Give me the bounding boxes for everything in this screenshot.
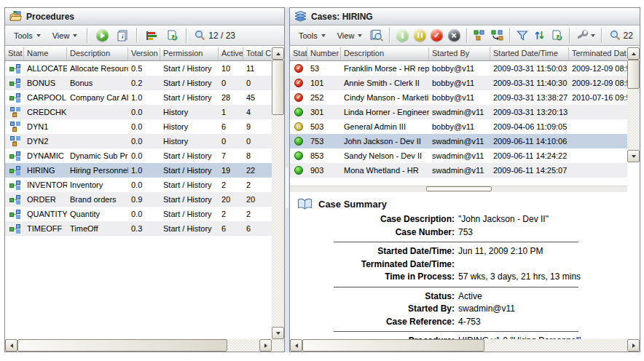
scrollbar-track[interactable] [272,115,284,327]
scroll-left-button[interactable] [5,339,17,352]
toolbar-separator [509,28,511,43]
filter-button[interactable] [515,27,531,44]
procedure-permission: Start / History [160,61,219,76]
procedure-version: 1.0 [128,163,160,178]
scroll-right-button[interactable] [627,339,640,352]
column-header-name[interactable]: Name [24,47,67,61]
column-header-number[interactable]: Number [307,47,341,61]
procedure-version: 0.0 [128,119,160,134]
arrow-right-icon [264,344,267,348]
case-row[interactable]: 753 John Jackson - Dev II swadmin@v11 20… [290,134,627,148]
case-row[interactable]: 252 Cindy Manson - Marketir bobby@v11 20… [290,90,627,105]
suspend-case-button[interactable] [412,27,428,44]
procedure-status-icon [9,194,20,205]
panel-title: Procedures [26,12,74,22]
arrow-right-icon [632,344,635,348]
toolbar-separator [87,28,88,43]
column-header-active[interactable]: Active [219,47,243,61]
case-summary-title: Case Summary [318,199,387,210]
procedure-row[interactable]: TIMEOFF TimeOff 0.3 Start / History 6 6 [5,221,272,236]
tools-menu[interactable]: Tools [294,28,331,43]
procedure-version: 0.0 [128,105,160,119]
procedure-row[interactable]: CREDCHK 0.0 History 1 4 [5,105,272,119]
column-header-description[interactable]: Description [341,47,429,61]
procedure-total-count: 20 [243,192,272,207]
scroll-up-button[interactable] [272,47,284,60]
column-header-started[interactable]: Started Date/Time [490,47,569,61]
column-header-permission[interactable]: Permission [160,47,219,61]
abort-case-button[interactable] [446,27,462,44]
refresh-list-button[interactable]: ↻ [162,27,181,44]
view-case-button[interactable] [369,27,385,44]
cases-horizontal-scrollbar[interactable] [290,186,627,192]
chevron-down-icon [321,34,326,37]
summary-field-value: 753 [458,226,473,239]
view-menu[interactable]: View [332,28,368,43]
scroll-right-button[interactable] [259,339,272,352]
scrollbar-thumb[interactable] [302,339,484,352]
case-started-by: swadmin@v11 [429,105,490,119]
case-tools-button[interactable] [575,27,597,44]
view-menu[interactable]: View [47,28,83,43]
start-case-button[interactable] [93,27,111,44]
procedure-description [67,119,128,134]
case-row[interactable]: 53 Franklin Morse - HR rep bobby@v11 200… [290,61,627,76]
scroll-down-button[interactable] [272,327,284,339]
case-row[interactable]: 853 Sandy Nelson - Dev II swadmin@v11 20… [290,148,627,163]
scrollbar-thumb[interactable] [426,186,492,191]
summary-field-label: Case Reference: [290,316,455,329]
scrollbar-thumb[interactable] [272,60,284,115]
scrollbar-track[interactable] [227,339,259,352]
procedure-row[interactable]: DYN2 0.0 History 0 0 [5,134,272,148]
folder-icon [9,11,22,22]
summary-field: Status: Active [290,290,640,304]
procedure-info-button[interactable]: i [113,27,132,44]
scrollbar-track[interactable] [484,339,627,352]
procedure-description: Brand orders [67,192,128,207]
complete-case-button[interactable] [429,27,445,44]
column-header-total[interactable]: Total C [243,47,272,61]
resume-case-button[interactable] [395,27,411,44]
column-header-terminated[interactable]: Terminated Dat [569,47,627,61]
procedure-row[interactable]: DYNAMIC Dynamic Sub Pr 0.0 Start / Histo… [5,148,272,163]
refresh-list-button[interactable]: ↻ [549,27,565,44]
scroll-down-button[interactable] [627,150,640,162]
cases-titlebar: Cases: HIRING [290,8,640,25]
sort-button[interactable] [532,27,548,44]
arrow-down-icon [276,332,280,335]
column-header-started-by[interactable]: Started By [429,47,490,61]
scroll-left-button[interactable] [290,339,302,352]
procedure-row[interactable]: QUANTITY Quantity 0.0 Start / History 2 … [5,207,272,221]
case-row[interactable]: 301 Linda Horner - Engineer swadmin@v11 … [290,105,627,119]
case-map-button[interactable] [472,27,488,44]
column-header-status[interactable]: Stat [290,47,307,61]
column-header-description[interactable]: Description [67,47,128,61]
case-terminated-datetime: 2009-12-09 08:5 [569,76,627,90]
scroll-up-button[interactable] [627,47,640,60]
procedure-status-icon [9,92,20,103]
procedure-permission: History [160,134,219,148]
filter-funnel-icon [517,31,528,41]
scrollbar-thumb[interactable] [17,339,227,352]
column-header-status[interactable]: Stat [5,47,24,61]
case-row[interactable]: 903 Mona Whetland - HR swadmin@v11 2009-… [290,163,627,178]
procedure-row[interactable]: INVENTOR Inventory 0.0 Start / History 2… [5,178,272,192]
column-header-version[interactable]: Version [128,47,160,61]
procedure-row[interactable]: HIRING Hiring Personnel 1.0 Start / Hist… [5,163,272,178]
status-report-button[interactable] [142,27,161,44]
case-row[interactable]: 101 Annie Smith - Clerk II bobby@v11 200… [290,76,627,90]
open-book-icon [297,198,313,210]
procedure-row[interactable]: DYN1 0.0 History 6 9 [5,119,272,134]
procedure-active-count: 2 [219,207,243,221]
summary-field: Started By: swadmin@v11 [290,303,640,316]
procedure-row[interactable]: ALLOCATE Allocate Resourc 0.5 Start / Hi… [5,61,272,76]
scrollbar-track[interactable] [627,89,640,150]
procedure-row[interactable]: ORDER Brand orders 0.9 Start / History 2… [5,192,272,207]
case-history-button[interactable] [489,27,505,44]
procedure-row[interactable]: BONUS Bonus 0.2 Start / History 0 0 [5,76,272,90]
procedure-name: QUANTITY [24,207,67,221]
case-row[interactable]: 503 General Admin III bobby@v11 2009-04-… [290,119,627,134]
scrollbar-thumb[interactable] [627,60,640,89]
procedure-row[interactable]: CARPOOL Company Car Al 1.0 Start / Histo… [5,90,272,105]
tools-menu[interactable]: Tools [9,28,46,43]
